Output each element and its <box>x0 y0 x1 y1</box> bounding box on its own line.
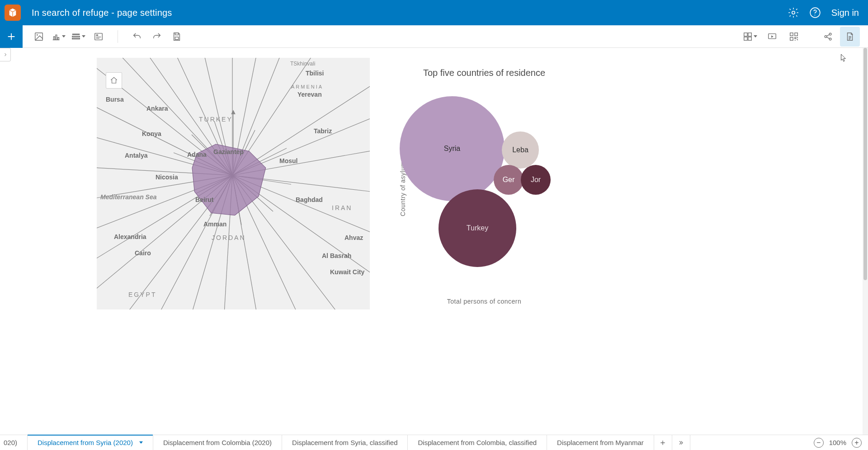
svg-line-46 <box>151 175 232 309</box>
bubble-jordan[interactable]: Jor <box>521 165 551 195</box>
svg-line-29 <box>169 58 232 175</box>
map-label: EGYPT <box>128 291 156 298</box>
svg-line-28 <box>137 58 232 175</box>
app-logo <box>5 5 21 21</box>
save-button[interactable] <box>167 27 187 47</box>
bubble-turkey[interactable]: Turkey <box>439 189 516 267</box>
svg-line-33 <box>232 58 287 175</box>
chevron-down-icon <box>139 441 143 444</box>
syria-shape <box>183 135 278 230</box>
table-widget-button[interactable] <box>69 27 89 47</box>
map-label: TURKEY <box>199 116 233 123</box>
map-label: Cairo <box>135 249 151 257</box>
add-page-button[interactable] <box>654 435 672 450</box>
svg-point-23 <box>825 35 827 38</box>
vertical-scrollbar[interactable] <box>863 48 868 435</box>
sign-in-link[interactable]: Sign in <box>831 8 859 18</box>
flow-lines <box>97 58 370 309</box>
svg-line-34 <box>232 58 323 175</box>
map-label: Yerevan <box>297 91 322 98</box>
svg-line-40 <box>232 175 370 284</box>
tab-colombia-classified[interactable]: Displacement from Colombia, classified <box>408 435 547 450</box>
help-button[interactable] <box>806 4 824 22</box>
map-label: Ankara <box>146 105 168 112</box>
map-home-button[interactable] <box>106 72 122 89</box>
svg-line-35 <box>232 76 370 175</box>
svg-point-0 <box>792 11 795 14</box>
map-label: Baghdad <box>296 196 323 203</box>
svg-line-42 <box>232 175 305 309</box>
svg-point-24 <box>829 33 831 35</box>
svg-point-25 <box>829 38 831 40</box>
map-label: Alexandria <box>114 233 146 240</box>
svg-rect-13 <box>175 33 178 35</box>
svg-line-53 <box>97 130 232 175</box>
bubble-chart-card[interactable]: Top five countries of residence Country … <box>387 68 581 321</box>
map-label: Ahvaz <box>344 234 363 241</box>
zoom-level: 100% <box>829 439 846 446</box>
qr-button[interactable] <box>784 27 804 47</box>
svg-line-27 <box>106 58 232 175</box>
redo-button[interactable] <box>147 27 167 47</box>
svg-line-32 <box>232 58 259 175</box>
add-button[interactable] <box>0 25 23 48</box>
svg-rect-17 <box>744 37 747 40</box>
svg-line-60 <box>232 175 291 184</box>
map-label: ARMENIA <box>291 84 323 89</box>
svg-line-50 <box>97 175 232 239</box>
svg-rect-6 <box>56 35 57 40</box>
toolbar-separator <box>118 30 118 43</box>
map-label: Tabriz <box>314 127 332 135</box>
svg-line-55 <box>174 153 232 175</box>
svg-rect-20 <box>790 33 793 35</box>
undo-button[interactable] <box>127 27 147 47</box>
bubble-lebanon[interactable]: Leba <box>502 131 539 169</box>
tab-prev-partial[interactable]: 020) <box>0 435 28 450</box>
svg-rect-22 <box>790 37 793 40</box>
svg-line-38 <box>232 175 370 193</box>
map-label: Antalya <box>125 152 148 159</box>
map-widget-button[interactable] <box>29 27 49 47</box>
svg-line-51 <box>97 175 232 202</box>
x-axis-label: Total persons of concern <box>387 298 581 305</box>
map-label: IRAN <box>332 204 352 211</box>
svg-line-45 <box>187 175 232 309</box>
tab-myanmar[interactable]: Displacement from Myanmar <box>547 435 654 450</box>
map-label: Beirut <box>195 196 213 203</box>
tab-syria-classified[interactable]: Displacement from Syria, classified <box>282 435 408 450</box>
settings-button[interactable] <box>784 4 802 22</box>
app-header: In search of refuge - page settings Sign… <box>0 0 868 25</box>
map-label: Mediterranean Sea <box>100 193 157 201</box>
tab-syria-2020[interactable]: Displacement from Syria (2020) <box>28 435 153 450</box>
svg-line-44 <box>223 175 232 309</box>
bubble-canvas: Country of asylum Syria Leba Ger Jor Tur… <box>387 83 581 295</box>
tab-colombia-2020[interactable]: Displacement from Colombia (2020) <box>153 435 282 450</box>
svg-line-56 <box>192 135 232 175</box>
presentation-button[interactable] <box>762 27 782 47</box>
share-button[interactable] <box>818 27 838 47</box>
indicator-widget-button[interactable] <box>89 27 108 47</box>
map-label: TSkhinvali <box>290 61 315 67</box>
map-card[interactable]: TSkhinvali Tbilisi ARMENIA Yerevan Bursa… <box>97 58 370 309</box>
svg-rect-10 <box>72 38 80 39</box>
bubble-germany[interactable]: Ger <box>494 165 524 195</box>
expand-panel-button[interactable] <box>0 48 11 61</box>
bubble-syria[interactable]: Syria <box>400 96 505 201</box>
page-settings-button[interactable] <box>840 27 860 47</box>
scrollbar-thumb[interactable] <box>863 48 867 280</box>
page-canvas: TSkhinvali Tbilisi ARMENIA Yerevan Bursa… <box>0 48 863 435</box>
chart-widget-button[interactable] <box>49 27 69 47</box>
svg-line-49 <box>97 175 232 275</box>
svg-line-63 <box>210 175 232 216</box>
map-label: Konya <box>142 130 161 137</box>
chart-title: Top five countries of residence <box>387 68 581 78</box>
zoom-in-button[interactable]: + <box>852 438 862 448</box>
layout-button[interactable] <box>741 27 760 47</box>
zoom-out-button[interactable]: − <box>814 438 824 448</box>
svg-line-61 <box>232 175 273 211</box>
svg-line-58 <box>232 130 255 175</box>
svg-rect-11 <box>95 33 103 40</box>
svg-line-48 <box>97 175 232 309</box>
tabs-scroll-right-button[interactable] <box>672 435 690 450</box>
svg-rect-14 <box>175 37 178 39</box>
